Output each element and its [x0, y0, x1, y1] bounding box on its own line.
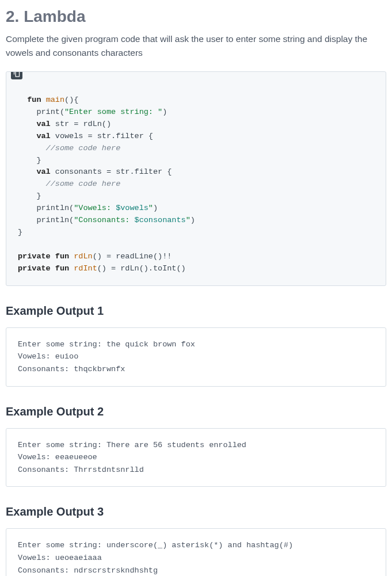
code-string: "Consonants: [74, 216, 134, 224]
code-keyword: val [36, 132, 50, 140]
code-text: () = rdLn().toInt() [97, 264, 186, 273]
copy-icon[interactable] [11, 71, 22, 79]
example-output-2: Enter some string: There are 56 students… [6, 428, 386, 487]
code-string: "Enter some string: " [64, 108, 162, 116]
example-output-3: Enter some string: underscore(_) asteris… [6, 528, 386, 576]
example-title-2: Example Output 2 [6, 403, 386, 420]
section-title: 2. Lambda [6, 5, 386, 29]
example-title-1: Example Output 1 [6, 302, 386, 319]
code-keyword: private fun [18, 264, 69, 273]
code-interp: $vowels [116, 204, 149, 212]
code-interp: $consonants [135, 216, 186, 224]
code-text: } [18, 192, 41, 200]
example-title-3: Example Output 3 [6, 503, 386, 520]
code-text [18, 144, 46, 152]
code-string: " [186, 216, 191, 224]
code-text: (){ [64, 96, 78, 104]
code-text: } [18, 228, 22, 236]
code-text: println( [18, 216, 74, 224]
code-keyword: fun [27, 96, 41, 104]
section-description: Complete the given program code that wil… [6, 32, 386, 60]
code-keyword: private fun [18, 252, 69, 261]
code-text: ) [162, 108, 167, 116]
code-text: () = readLine()!! [93, 252, 172, 261]
code-text: } [18, 156, 41, 165]
code-block: fun main(){ print("Enter some string: ")… [6, 71, 386, 286]
code-text: ) [191, 216, 195, 224]
code-text: println( [18, 204, 74, 212]
code-comment: //some code here [46, 144, 121, 152]
code-string: "Vowels: [74, 204, 116, 212]
code-comment: //some code here [46, 180, 121, 188]
code-fn-main: main [46, 96, 64, 104]
code-string: " [149, 204, 153, 212]
code-keyword: val [36, 167, 50, 176]
example-output-1: Enter some string: the quick brown fox V… [6, 327, 386, 387]
code-text [18, 180, 46, 188]
code-keyword: val [36, 120, 50, 128]
code-text: print( [18, 108, 64, 116]
code-text: ) [153, 204, 158, 212]
code-fn-rdint: rdInt [74, 264, 97, 273]
code-fn-rdln: rdLn [74, 252, 92, 261]
